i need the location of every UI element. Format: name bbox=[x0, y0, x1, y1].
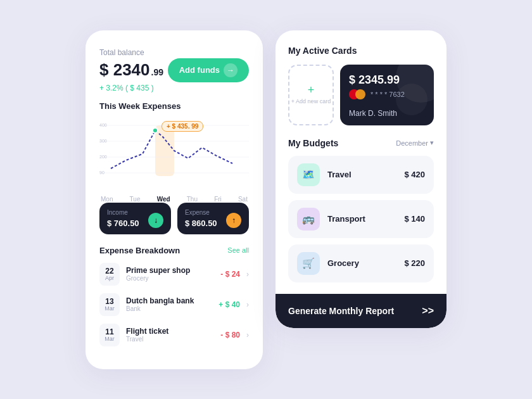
budget-icon: 🛒 bbox=[297, 252, 320, 275]
svg-point-9 bbox=[153, 128, 158, 133]
total-balance-label: Total balance bbox=[99, 48, 249, 57]
date-badge: 13 Mar bbox=[99, 293, 120, 316]
chevron-right-icon: › bbox=[246, 331, 249, 339]
cards-row: + + Add new card $ 2345.99 * * * * 7632 bbox=[288, 65, 434, 125]
expense-name: Dutch bangla bank bbox=[126, 296, 212, 305]
credit-card: $ 2345.99 * * * * 7632 Mark D. Smith bbox=[340, 65, 434, 125]
budget-name: Travel bbox=[327, 170, 396, 179]
expense-category: Bank bbox=[126, 305, 212, 312]
svg-text:200: 200 bbox=[99, 155, 107, 159]
card-holder-name: Mark D. Smith bbox=[349, 109, 425, 118]
balance-amount: $ 2340 .99 bbox=[99, 60, 163, 80]
budget-name: Transport bbox=[327, 214, 396, 224]
income-card: Income $ 760.50 ↓ bbox=[99, 203, 171, 234]
stat-row: Income $ 760.50 ↓ Expense $ 860.50 ↑ bbox=[99, 203, 249, 234]
right-phone: My Active Cards + + Add new card $ 2345.… bbox=[276, 30, 446, 328]
expense-category: Grocery bbox=[126, 275, 214, 282]
chevron-right-icon: › bbox=[246, 270, 249, 279]
breakdown-header: Expense Breakdown See all bbox=[99, 246, 249, 255]
report-footer[interactable]: Generate Monthly Report >> bbox=[276, 294, 446, 328]
expense-item: 22 Apr Prime super shop Grocery - $ 24 › bbox=[99, 263, 249, 286]
expense-amount: + $ 40 bbox=[218, 300, 240, 309]
income-icon: ↓ bbox=[148, 213, 163, 228]
report-arrow-icon: >> bbox=[422, 305, 434, 317]
expense-amount: - $ 80 bbox=[220, 331, 240, 339]
add-card-button[interactable]: + + Add new card bbox=[288, 65, 334, 125]
transactions-list: 22 Apr Prime super shop Grocery - $ 24 ›… bbox=[99, 263, 249, 346]
budget-item: 🚌 Transport $ 140 bbox=[288, 200, 434, 238]
date-badge: 22 Apr bbox=[99, 263, 120, 286]
add-funds-arrow-icon: → bbox=[224, 63, 238, 77]
expense-amount: - $ 24 bbox=[220, 270, 240, 279]
card-number: * * * * 7632 bbox=[370, 91, 405, 98]
see-all-link[interactable]: See all bbox=[227, 246, 249, 254]
expense-name: Flight ticket bbox=[126, 327, 214, 336]
budgets-list: 🗺️ Travel $ 420 🚌 Transport $ 140 🛒 Groc… bbox=[288, 156, 434, 282]
balance-change: + 3.2% ( $ 435 ) bbox=[99, 84, 249, 92]
svg-text:90: 90 bbox=[99, 170, 104, 175]
left-phone: Total balance $ 2340 .99 Add funds → + 3… bbox=[86, 30, 263, 369]
budget-item: 🗺️ Travel $ 420 bbox=[288, 156, 434, 194]
budget-icon: 🗺️ bbox=[297, 163, 320, 186]
card-amount: $ 2345.99 bbox=[349, 73, 425, 87]
add-funds-button[interactable]: Add funds → bbox=[168, 58, 249, 82]
svg-rect-0 bbox=[155, 125, 174, 176]
budget-name: Grocery bbox=[327, 258, 396, 268]
chart-days: Mon Tue Wed Thu Fri Sat bbox=[99, 196, 249, 203]
budget-amount: $ 420 bbox=[404, 170, 425, 179]
budget-item: 🛒 Grocery $ 220 bbox=[288, 244, 434, 282]
report-label: Generate Monthly Report bbox=[288, 306, 394, 316]
expense-icon: ↑ bbox=[226, 213, 241, 228]
month-selector[interactable]: December ▾ bbox=[396, 139, 434, 147]
budget-amount: $ 220 bbox=[404, 258, 425, 268]
chevron-down-icon: ▾ bbox=[430, 139, 434, 147]
budget-amount: $ 140 bbox=[404, 214, 425, 224]
active-cards-title: My Active Cards bbox=[288, 46, 434, 56]
svg-text:300: 300 bbox=[99, 139, 107, 143]
expense-category: Travel bbox=[126, 336, 214, 343]
budget-icon: 🚌 bbox=[297, 208, 320, 231]
expense-card: Expense $ 860.50 ↑ bbox=[177, 203, 249, 234]
expense-item: 13 Mar Dutch bangla bank Bank + $ 40 › bbox=[99, 293, 249, 316]
svg-text:400: 400 bbox=[99, 123, 107, 127]
expense-item: 11 Mar Flight ticket Travel - $ 80 › bbox=[99, 324, 249, 346]
chart-area: + $ 435. 99 400 300 200 90 bbox=[99, 116, 249, 186]
card-meta: * * * * 7632 bbox=[349, 89, 425, 99]
chevron-right-icon: › bbox=[246, 300, 249, 309]
budgets-header: My Budgets December ▾ bbox=[288, 138, 434, 148]
mastercard-icon bbox=[349, 89, 365, 99]
week-expenses-title: This Week Expenses bbox=[99, 101, 249, 111]
chart-tooltip: + $ 435. 99 bbox=[162, 121, 203, 132]
date-badge: 11 Mar bbox=[99, 324, 120, 346]
expense-name: Prime super shop bbox=[126, 266, 214, 275]
